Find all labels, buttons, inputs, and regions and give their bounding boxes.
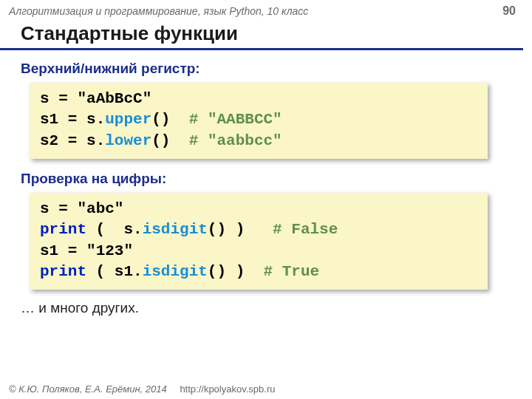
code-token: () ) [208,263,264,280]
code-token: "aAbBcC" [77,90,151,107]
code-token: = [58,132,86,149]
code-token: s [40,200,50,217]
code-comment: # "aabbcc" [170,132,282,149]
code-token: s [86,132,96,149]
code-token: () ) [208,221,273,238]
page-number: 90 [502,4,516,18]
code-comment: # False [273,221,338,238]
code-keyword: print [40,221,86,238]
slide-header: Алгоритмизация и программирование, язык … [0,0,532,21]
code-token: = [50,200,78,217]
code-token: "abc" [77,200,123,217]
code-keyword: print [40,263,86,280]
code-token: () [151,132,170,149]
section-upperlower-label: Верхний/нижний регистр: [0,56,532,80]
code-token: = [58,111,86,128]
code-token: = [58,242,86,259]
code-token: s1 [40,242,58,259]
code-block-digits: s = "abc" print ( s.isdigit() ) # False … [30,193,488,290]
slide-title: Стандартные функции [0,21,523,50]
code-comment: # True [263,263,319,280]
footer-url: http://kpolyakov.spb.ru [180,383,275,395]
code-token: s [86,111,96,128]
code-token: = [50,90,78,107]
code-token: . [96,111,106,128]
code-token: s [40,90,50,107]
footer-authors: © К.Ю. Поляков, Е.А. Ерёмин, 2014 [9,383,167,395]
code-token: () [151,111,170,128]
more-text: … и много других. [0,297,532,316]
code-token-func: upper [105,111,151,128]
code-token-func: isdigit [143,221,208,238]
code-token: . [96,132,106,149]
section-digits-label: Проверка на цифры: [0,166,532,190]
code-token-func: lower [105,132,151,149]
slide-footer: © К.Ю. Поляков, Е.А. Ерёмин, 2014 http:/… [9,383,275,395]
code-token: s1 [40,111,58,128]
code-comment: # "AABBCC" [170,111,282,128]
code-token-func: isdigit [143,263,208,280]
course-name: Алгоритмизация и программирование, язык … [9,5,308,17]
code-token: ( s1. [86,263,143,280]
code-block-upperlower: s = "aAbBcC" s1 = s.upper() # "AABBCC" s… [30,83,488,159]
code-token: ( s. [86,221,143,238]
code-token: s2 [40,132,58,149]
code-token: "123" [86,242,133,259]
